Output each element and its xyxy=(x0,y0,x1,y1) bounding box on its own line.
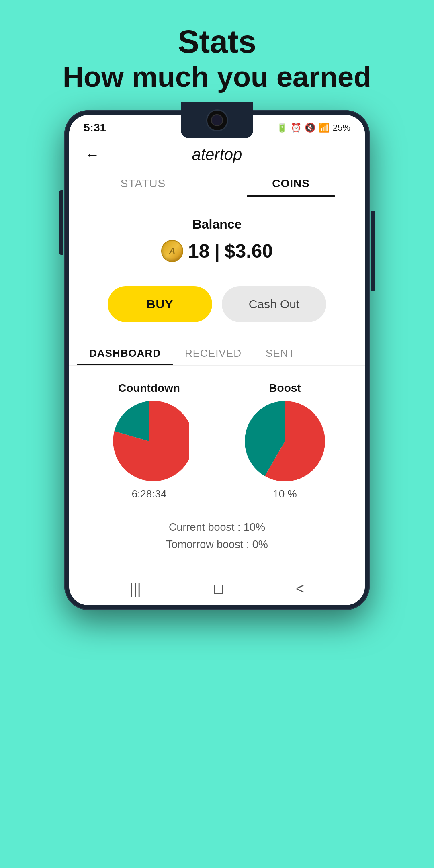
boost-pie xyxy=(245,401,325,481)
status-battery-pct: 25% xyxy=(333,123,350,133)
tomorrow-boost: Tomorrow boost : 0% xyxy=(81,538,353,551)
coin-letter: A xyxy=(169,246,176,256)
balance-separator: | xyxy=(214,240,219,262)
app-title: atertop xyxy=(192,145,242,164)
tab-coins[interactable]: COINS xyxy=(217,168,365,197)
balance-amount: A 18 | $3.60 xyxy=(85,240,349,262)
countdown-svg xyxy=(109,401,189,481)
boost-value: 10 % xyxy=(273,488,297,500)
balance-section: Balance A 18 | $3.60 xyxy=(69,197,365,274)
current-boost: Current boost : 10% xyxy=(81,521,353,534)
status-mute-icon: 🔇 xyxy=(305,123,315,133)
sub-tabs-container: DASHBOARD RECEIVED SENT xyxy=(69,338,365,366)
countdown-label: Countdown xyxy=(118,382,180,395)
balance-coins: 18 xyxy=(188,240,209,262)
page-title-main: Stats xyxy=(16,24,418,59)
nav-back-button[interactable]: < xyxy=(296,580,304,597)
nav-home-button[interactable]: □ xyxy=(214,580,223,597)
countdown-pie xyxy=(109,401,189,481)
phone-body: 5:31 🔋 ⏰ 🔇 📶 25% ← atertop STATUS xyxy=(64,110,370,610)
balance-label: Balance xyxy=(85,217,349,232)
boost-chart: Boost 10 % xyxy=(245,382,325,500)
camera-lens-inner xyxy=(211,114,223,126)
charts-row: Countdown 6:28:34 xyxy=(81,382,353,500)
countdown-chart: Countdown 6:28:34 xyxy=(109,382,189,500)
balance-usd: $3.60 xyxy=(225,240,273,262)
camera-lens xyxy=(206,109,228,131)
coin-icon: A xyxy=(161,240,183,262)
status-battery-icon: 🔋 xyxy=(276,123,287,133)
status-time: 5:31 xyxy=(84,121,106,134)
cashout-button[interactable]: Cash Out xyxy=(222,286,326,322)
back-button[interactable]: ← xyxy=(85,146,100,163)
phone-camera xyxy=(181,102,253,138)
phone-screen: 5:31 🔋 ⏰ 🔇 📶 25% ← atertop STATUS xyxy=(69,115,365,605)
boost-svg xyxy=(245,401,325,481)
sub-tab-dashboard[interactable]: DASHBOARD xyxy=(77,338,173,365)
status-alarm-icon: ⏰ xyxy=(291,123,301,133)
phone-nav: ||| □ < xyxy=(69,572,365,605)
tabs-container: STATUS COINS xyxy=(69,168,365,197)
action-buttons: BUY Cash Out xyxy=(69,274,365,338)
phone-mockup: 5:31 🔋 ⏰ 🔇 📶 25% ← atertop STATUS xyxy=(64,110,370,610)
boost-label: Boost xyxy=(269,382,301,395)
sub-tab-received[interactable]: RECEIVED xyxy=(173,338,254,365)
tab-status[interactable]: STATUS xyxy=(69,168,217,197)
page-title-sub: How much you earned xyxy=(16,59,418,94)
countdown-value: 6:28:34 xyxy=(132,488,167,500)
status-wifi-icon: 📶 xyxy=(319,123,330,133)
boost-info: Current boost : 10% Tomorrow boost : 0% xyxy=(81,516,353,556)
charts-section: Countdown 6:28:34 xyxy=(69,366,365,572)
nav-menu-button[interactable]: ||| xyxy=(130,580,141,597)
status-icons: 🔋 ⏰ 🔇 📶 25% xyxy=(276,123,350,133)
buy-button[interactable]: BUY xyxy=(108,286,212,322)
sub-tab-sent[interactable]: SENT xyxy=(254,338,307,365)
page-header: Stats How much you earned xyxy=(0,0,434,106)
app-header: ← atertop xyxy=(69,137,365,168)
